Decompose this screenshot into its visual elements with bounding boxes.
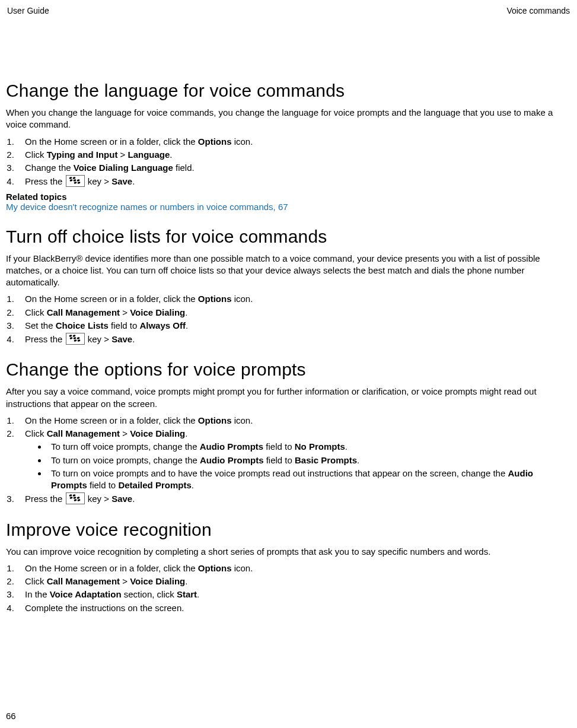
section-3-bullets: To turn off voice prompts, change the Au…	[25, 441, 571, 491]
step-text: .	[132, 176, 135, 186]
step-text: key >	[85, 334, 112, 344]
step-text: .	[132, 494, 135, 504]
step-text: On the Home screen or in a folder, click…	[25, 563, 198, 573]
section-1-title: Change the language for voice commands	[6, 81, 571, 101]
bullet-text: To turn on voice prompts and to have the…	[51, 468, 508, 478]
svg-point-19	[74, 499, 76, 501]
svg-point-1	[72, 177, 75, 179]
step-bold: Save	[111, 176, 132, 186]
section-2-title: Turn off choice lists for voice commands	[6, 227, 571, 247]
svg-point-14	[69, 494, 72, 497]
related-topics-label: Related topics	[6, 192, 571, 202]
svg-point-9	[69, 337, 72, 339]
list-item: Click Typing and Input > Language.	[17, 149, 571, 161]
step-text: Set the	[25, 320, 56, 330]
page-number: 66	[6, 711, 16, 721]
svg-point-8	[72, 335, 75, 337]
step-bold: Call Management	[47, 307, 120, 317]
section-3-intro: After you say a voice command, voice pro…	[6, 386, 571, 410]
bullet-text: field to	[263, 455, 295, 465]
bullet-text: field to	[263, 441, 295, 452]
step-bold: Language	[127, 150, 170, 160]
list-item: Press the key > Save.	[17, 175, 571, 187]
section-2-steps: On the Home screen or in a folder, click…	[6, 293, 571, 345]
list-item: Click Call Management > Voice Dialing.	[17, 576, 571, 587]
step-text: On the Home screen or in a folder, click…	[25, 294, 198, 304]
list-item: Complete the instructions on the screen.	[17, 602, 571, 614]
step-bold: Voice Dialing	[130, 428, 185, 438]
bullet-bold: Audio Prompts	[200, 441, 264, 452]
step-text: field to	[109, 320, 140, 330]
list-item: Click Call Management > Voice Dialing. T…	[17, 428, 571, 491]
bullet-bold: Audio Prompts	[200, 455, 264, 465]
section-1-steps: On the Home screen or in a folder, click…	[6, 136, 571, 188]
step-text: .	[186, 320, 188, 330]
section-1-intro: When you change the language for voice c…	[6, 107, 571, 131]
list-item: Press the key > Save.	[17, 492, 571, 505]
list-item: On the Home screen or in a folder, click…	[17, 562, 571, 574]
section-4-intro: You can improve voice recognition by com…	[6, 546, 571, 558]
step-text: .	[170, 150, 172, 160]
list-item: In the Voice Adaptation section, click S…	[17, 589, 571, 600]
svg-point-3	[73, 179, 76, 182]
svg-point-7	[69, 335, 72, 337]
step-text: Press the	[25, 494, 65, 504]
list-item: On the Home screen or in a folder, click…	[17, 293, 571, 305]
section-3-title: Change the options for voice prompts	[6, 360, 571, 380]
step-text: key >	[85, 494, 112, 504]
step-bold: Call Management	[47, 576, 120, 586]
step-text: .	[185, 307, 187, 317]
bullet-text: .	[345, 441, 348, 452]
step-bold: Call Management	[47, 428, 120, 438]
step-text: In the	[25, 589, 50, 599]
bullet-text: .	[357, 455, 359, 465]
svg-point-2	[69, 179, 72, 182]
bullet-text: To turn off voice prompts, change the	[51, 441, 200, 452]
svg-point-17	[73, 497, 76, 499]
step-text: Click	[25, 576, 47, 586]
step-bold: Options	[198, 294, 232, 304]
svg-point-18	[76, 497, 79, 499]
step-text: Change the	[25, 163, 74, 173]
related-topic-link[interactable]: My device doesn't recognize names or num…	[6, 202, 288, 212]
svg-point-16	[69, 497, 72, 499]
svg-point-5	[74, 182, 76, 184]
svg-point-11	[76, 337, 79, 339]
step-bold: Always Off	[139, 320, 186, 330]
step-text: Click	[25, 428, 47, 438]
step-bold: Voice Adaptation	[50, 589, 122, 599]
step-text: .	[132, 334, 135, 344]
step-text: section, click	[122, 589, 177, 599]
step-text: >	[120, 307, 130, 317]
step-text: Click	[25, 150, 47, 160]
list-item: Press the key > Save.	[17, 333, 571, 345]
bullet-text: .	[192, 480, 194, 490]
step-bold: Options	[198, 136, 232, 147]
header-right: Voice commands	[506, 6, 570, 15]
svg-point-15	[72, 494, 75, 497]
section-3-steps: On the Home screen or in a folder, click…	[6, 415, 571, 506]
bullet-text: To turn on voice prompts, change the	[51, 455, 200, 465]
step-bold: Voice Dialing Language	[74, 163, 173, 173]
step-text: On the Home screen or in a folder, click…	[25, 136, 198, 147]
svg-point-6	[77, 182, 80, 184]
step-text: >	[120, 428, 130, 438]
step-text: Click	[25, 307, 47, 317]
blackberry-menu-key-icon	[66, 333, 85, 345]
list-item: On the Home screen or in a folder, click…	[17, 415, 571, 427]
svg-point-13	[77, 339, 80, 342]
blackberry-menu-key-icon	[66, 175, 85, 187]
bullet-bold: Detailed Prompts	[118, 480, 191, 490]
svg-point-4	[76, 179, 79, 182]
step-text: >	[117, 150, 127, 160]
step-text: icon.	[231, 563, 253, 573]
step-text: icon.	[231, 136, 253, 147]
step-text: .	[185, 428, 187, 438]
step-bold: Options	[198, 563, 232, 573]
list-item: To turn off voice prompts, change the Au…	[47, 441, 571, 453]
step-bold: Choice Lists	[56, 320, 109, 330]
step-text: .	[197, 589, 199, 599]
step-text: .	[185, 576, 187, 586]
step-text: field.	[173, 163, 195, 173]
list-item: Click Call Management > Voice Dialing.	[17, 307, 571, 319]
